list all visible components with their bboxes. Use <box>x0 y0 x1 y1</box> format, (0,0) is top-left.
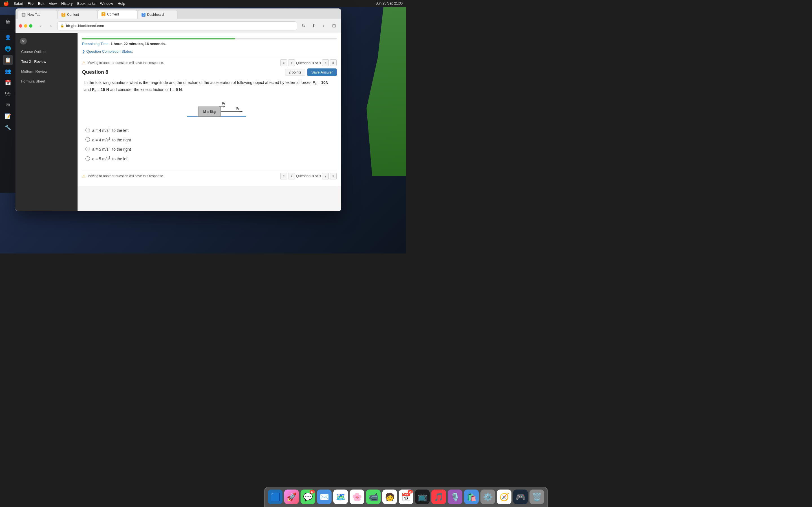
close-window-button[interactable] <box>19 24 22 27</box>
first-question-button-bottom[interactable]: « <box>280 173 287 179</box>
address-bar[interactable]: 🔒 bb-gbc.blackboard.com <box>57 21 297 31</box>
new-tab-button[interactable]: + <box>320 22 327 30</box>
choice-d-text: a = 5 m/s2 to the left <box>92 156 129 161</box>
minimize-window-button[interactable] <box>24 24 28 27</box>
prev-question-button-bottom[interactable]: ‹ <box>288 173 295 179</box>
next-question-button[interactable]: › <box>322 59 329 66</box>
tab-content-1[interactable]: C Content <box>58 10 97 18</box>
prev-question-button[interactable]: ‹ <box>288 59 295 66</box>
edit-menu[interactable]: Edit <box>38 1 44 6</box>
tab-dashboard[interactable]: D Dashboard <box>138 10 177 18</box>
radio-a[interactable] <box>86 128 90 132</box>
main-content-area: ✕ Course Outline Test 2 - Review Midterm… <box>15 33 341 211</box>
first-question-button[interactable]: « <box>280 59 287 66</box>
remaining-time-display: Remaining Time: 1 hour, 22 minutes, 16 s… <box>82 42 337 46</box>
bookmarks-menu[interactable]: Bookmarks <box>77 1 96 6</box>
points-save-row: 2 points Save Answer <box>285 68 337 76</box>
window-menu[interactable]: Window <box>100 1 113 6</box>
bb-icon-globe[interactable]: 🌐 <box>3 44 13 54</box>
save-answer-button[interactable]: Save Answer <box>307 68 337 76</box>
tab-new-tab[interactable]: 🔲 New Tab <box>18 10 57 18</box>
f2-label: F₂ <box>236 107 239 110</box>
new-tab-favicon: 🔲 <box>21 13 26 17</box>
answer-choice-a[interactable]: a = 4 m/s2 to the left <box>84 125 335 135</box>
radio-c[interactable] <box>86 147 90 151</box>
last-question-button[interactable]: » <box>330 59 337 66</box>
answer-choice-b[interactable]: a = 4 m/s2 to the right <box>84 135 335 145</box>
share-button[interactable]: ⬆ <box>310 22 317 30</box>
completion-label: Question Completion Status: <box>86 49 133 54</box>
completion-arrow: ❯ <box>82 49 85 54</box>
tab-content-2[interactable]: C Content <box>98 10 137 18</box>
history-menu[interactable]: History <box>61 1 72 6</box>
next-question-button-bottom[interactable]: › <box>322 173 329 179</box>
bb-icon-messages[interactable]: ✉ <box>3 100 13 110</box>
bb-icon-user[interactable]: 👤 <box>3 33 13 43</box>
nav-warning-bottom: ⚠ Moving to another question will save t… <box>82 170 337 182</box>
traffic-lights <box>19 24 33 27</box>
file-menu[interactable]: File <box>28 1 34 6</box>
question-text: In the following situations what is the … <box>84 79 335 94</box>
content2-favicon: C <box>101 12 105 16</box>
lock-icon: 🔒 <box>60 24 64 27</box>
bb-icon-tools[interactable]: 🔧 <box>3 122 13 133</box>
bb-icon-content[interactable]: 📋 <box>3 55 13 65</box>
forward-button[interactable]: › <box>47 22 55 30</box>
sidebar-item-test2-review[interactable]: Test 2 - Review <box>15 57 78 66</box>
answer-choice-d[interactable]: a = 5 m/s2 to the left <box>84 154 335 163</box>
total-questions-top: 9 <box>319 61 321 65</box>
bb-icon-grades[interactable]: 99 <box>3 89 13 99</box>
physics-diagram: M = 5kg F₁ F₂ <box>82 98 337 121</box>
remaining-time-label: Remaining Time: <box>82 42 110 46</box>
last-question-button-bottom[interactable]: » <box>330 173 337 179</box>
dashboard-label: Dashboard <box>147 13 164 17</box>
bb-icon-finder[interactable]: 🏛 <box>3 17 13 27</box>
quiz-content-area: Remaining Time: 1 hour, 22 minutes, 16 s… <box>78 33 341 211</box>
content2-label: Content <box>107 12 119 16</box>
nav-warning-text-top: Moving to another question will save thi… <box>87 61 164 65</box>
question-body: In the following situations what is the … <box>82 79 337 94</box>
browser-window: 🔲 New Tab C Content C Content D Dashboar… <box>15 8 341 211</box>
question-number-display-top: Question 8 of 9 <box>296 61 321 65</box>
safari-menu[interactable]: Safari <box>13 1 23 6</box>
warning-icon-bottom: ⚠ <box>82 174 86 178</box>
choice-c-text: a = 5 m/s2 to the right <box>92 147 131 152</box>
content1-label: Content <box>67 13 79 17</box>
mass-label: M = 5kg <box>203 110 215 114</box>
quiz-container: Remaining Time: 1 hour, 22 minutes, 16 s… <box>78 33 341 186</box>
apple-menu[interactable]: 🍎 <box>3 1 9 6</box>
nav-warning-top: ⚠ Moving to another question will save t… <box>82 57 337 68</box>
answer-choice-c[interactable]: a = 5 m/s2 to the right <box>84 144 335 154</box>
bb-icon-calendar[interactable]: 📅 <box>3 77 13 88</box>
bb-icon-notes[interactable]: 📝 <box>3 111 13 121</box>
choice-b-text: a = 4 m/s2 to the right <box>92 137 131 142</box>
sidebar-item-midterm-review[interactable]: Midterm Review <box>15 66 78 76</box>
bb-icon-groups[interactable]: 👥 <box>3 66 13 76</box>
points-badge: 2 points <box>285 69 305 76</box>
question-completion-status[interactable]: ❯ Question Completion Status: <box>82 48 337 55</box>
radio-d[interactable] <box>86 156 90 161</box>
question-number-display-bottom: Question 8 of 9 <box>296 174 321 178</box>
question-header: Question 8 2 points Save Answer <box>82 68 337 76</box>
question-title: Question 8 <box>82 69 108 75</box>
sidebar-item-formula-sheet[interactable]: Formula Sheet <box>15 76 78 86</box>
help-menu[interactable]: Help <box>117 1 125 6</box>
reload-button[interactable]: ↻ <box>299 22 307 30</box>
menu-bar: 🍎 Safari File Edit View History Bookmark… <box>0 0 406 7</box>
content1-favicon: C <box>61 13 65 17</box>
fullscreen-window-button[interactable] <box>29 24 33 27</box>
svg-marker-3 <box>223 106 225 108</box>
back-button[interactable]: ‹ <box>37 22 45 30</box>
current-question-num-bottom: 8 <box>312 174 313 178</box>
view-menu[interactable]: View <box>49 1 57 6</box>
background-decoration <box>350 7 406 176</box>
sidebar-close-button[interactable]: ✕ <box>20 38 27 45</box>
time-progress-fill <box>82 38 235 40</box>
tab-overview-button[interactable]: ⊞ <box>330 22 338 30</box>
datetime-display: Sun 25 Sep 21:30 <box>375 1 403 5</box>
radio-b[interactable] <box>86 137 90 142</box>
browser-toolbar: ‹ › 🔒 bb-gbc.blackboard.com ↻ ⬆ + ⊞ <box>15 18 341 33</box>
diagram-svg: M = 5kg F₁ F₂ <box>164 98 255 121</box>
sidebar-item-course-outline[interactable]: Course Outline <box>15 47 78 57</box>
f1-label: F₁ <box>222 102 225 105</box>
